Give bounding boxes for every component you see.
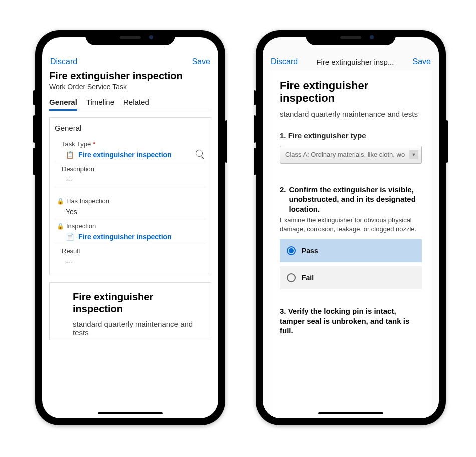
- inspection-sheet: Fire extinguisher inspection standard qu…: [270, 70, 432, 418]
- inspection-card[interactable]: Fire extinguisher inspection standard qu…: [49, 282, 211, 340]
- description-label: Description: [62, 165, 206, 173]
- q2-option-pass[interactable]: Pass: [280, 239, 422, 262]
- inspection-label: Inspection: [66, 222, 96, 230]
- lock-icon: 🔒: [57, 223, 64, 230]
- document-icon: 📄: [66, 233, 74, 241]
- q1-dropdown-value: Class A: Ordinary materials, like cloth,…: [285, 151, 405, 158]
- inspection-subtitle: standard quarterly maintenance and tests: [280, 110, 422, 118]
- q2-label: 2. Confirm the extinguisher is visible, …: [280, 185, 422, 214]
- has-inspection-label: Has Inspection: [66, 197, 109, 205]
- inspection-card-sub: standard quarterly maintenance and tests: [73, 320, 206, 337]
- required-icon: *: [93, 140, 95, 148]
- home-indicator[interactable]: [98, 412, 163, 414]
- save-button[interactable]: Save: [413, 57, 431, 66]
- top-bar: Discard Save: [49, 57, 211, 66]
- discard-button[interactable]: Discard: [50, 57, 77, 66]
- q2-text: Confirm the extinguisher is visible, uno…: [289, 185, 422, 214]
- discard-button[interactable]: Discard: [271, 57, 298, 66]
- lock-icon: 🔒: [57, 198, 64, 205]
- inspection-title: Fire extinguisher inspection: [280, 79, 422, 105]
- q2-fail-label: Fail: [302, 274, 314, 282]
- q1-label: 1. Fire extinguisher type: [280, 131, 422, 140]
- q2-hint: Examine the extinguisher for obvious phy…: [280, 216, 422, 233]
- chevron-down-icon: ▼: [409, 150, 418, 159]
- radio-selected-icon: [287, 246, 296, 255]
- task-type-value[interactable]: Fire extinguisher inspection: [78, 151, 172, 159]
- inspection-value[interactable]: Fire extinguisher inspection: [78, 233, 172, 241]
- q2-option-fail[interactable]: Fail: [280, 266, 422, 289]
- phone-frame-left: Discard Save Fire extinguisher inspectio…: [35, 30, 225, 425]
- page-title: Fire extinguisher inspection: [49, 70, 211, 82]
- has-inspection-field: 🔒 Has Inspection Yes: [55, 194, 206, 219]
- top-bar-title: Fire extinguisher insp...: [298, 58, 412, 66]
- clipboard-icon: 📋: [66, 151, 74, 159]
- description-value: ---: [62, 173, 206, 184]
- q2-number: 2.: [280, 185, 286, 214]
- save-button[interactable]: Save: [192, 57, 210, 66]
- inspection-card-title: Fire extinguisher inspection: [73, 291, 206, 315]
- result-value: ---: [62, 255, 206, 266]
- q1-dropdown[interactable]: Class A: Ordinary materials, like cloth,…: [280, 146, 422, 164]
- tab-timeline[interactable]: Timeline: [86, 98, 114, 111]
- q3-label: 3. Verify the locking pin is intact, tam…: [280, 306, 422, 336]
- tab-general[interactable]: General: [49, 98, 77, 111]
- home-indicator[interactable]: [318, 412, 383, 414]
- tabs: General Timeline Related: [49, 98, 211, 111]
- description-field[interactable]: Description ---: [55, 162, 206, 187]
- has-inspection-value: Yes: [62, 205, 206, 216]
- tab-related[interactable]: Related: [123, 98, 149, 111]
- inspection-field: 🔒 Inspection 📄 Fire extinguisher inspect…: [55, 219, 206, 244]
- general-panel: General Task Type* 📋 Fire extinguisher i…: [49, 117, 211, 275]
- task-type-field[interactable]: Task Type* 📋 Fire extinguisher inspectio…: [55, 137, 206, 162]
- radio-unselected-icon: [287, 273, 296, 282]
- general-section-head: General: [55, 124, 206, 132]
- search-icon[interactable]: [196, 150, 203, 157]
- page-subtitle: Work Order Service Task: [49, 83, 211, 91]
- result-label: Result: [62, 247, 206, 255]
- result-field[interactable]: Result ---: [55, 244, 206, 269]
- q2-pass-label: Pass: [302, 247, 318, 255]
- top-bar: Discard Fire extinguisher insp... Save: [270, 57, 432, 66]
- phone-frame-right: Discard Fire extinguisher insp... Save F…: [256, 30, 446, 425]
- task-type-label: Task Type: [62, 140, 91, 148]
